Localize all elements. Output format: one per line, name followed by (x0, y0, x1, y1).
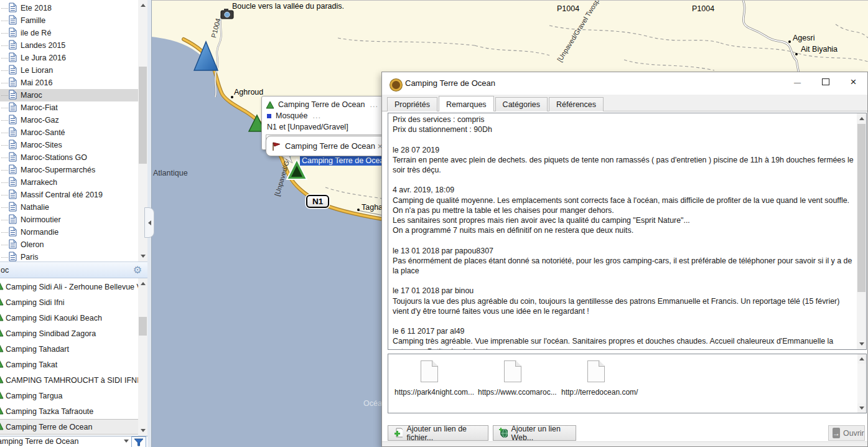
sidebar-collapse-handle[interactable] (144, 207, 154, 238)
remarks-scrollbar[interactable] (857, 113, 866, 349)
collection-list-item[interactable]: Mai 2016 (0, 77, 138, 89)
camping-list-item[interactable]: CAMPING TAMHROUCHT à SIDI IFNI (0, 372, 138, 388)
tab[interactable]: Remarques (439, 96, 494, 111)
camping-list-item[interactable]: Camping Takat (0, 357, 138, 372)
road-shield-n1: N1 (306, 195, 329, 208)
collection-list-item[interactable]: Oleron (0, 238, 138, 251)
tab[interactable]: Propriétés (387, 97, 437, 111)
camping-list-item[interactable]: Camping Sindibad Zagora (0, 326, 138, 341)
waypoint-combobox[interactable]: Camping Terre de Ocean (0, 436, 147, 447)
list-document-icon (9, 252, 17, 263)
camping-list-item[interactable]: Camping Sidi Kaouki Beach (0, 310, 138, 326)
gear-icon[interactable]: ⚙ (133, 264, 142, 276)
camping-list-item[interactable]: Camping Sidi Ifni (0, 294, 138, 310)
minimize-button[interactable]: — (783, 72, 811, 92)
chevron-down-icon[interactable] (124, 440, 129, 443)
scroll-down-button[interactable] (857, 403, 866, 413)
tab[interactable]: Catégories (495, 97, 548, 111)
minimize-icon: — (794, 78, 801, 86)
list-document-icon (9, 177, 17, 189)
collection-list-item[interactable]: Normandie (0, 226, 138, 238)
collection-list-item[interactable]: Ete 2018 (0, 2, 138, 14)
camping-list-item[interactable]: Camping Sidi Ali - Zerhoune Bellevue Vue (0, 279, 138, 294)
collection-list-item[interactable]: Landes 2015 (0, 39, 138, 52)
filter-button[interactable] (131, 436, 146, 447)
scroll-up-button[interactable] (857, 113, 866, 124)
collection-list-item[interactable]: Famille (0, 14, 138, 27)
collection-list-item[interactable]: Le Jura 2016 (0, 52, 138, 64)
balloon-title: Camping Terre de Ocean (285, 141, 375, 151)
tooltip-item-mosquee[interactable]: Mosquée ... (266, 110, 390, 121)
link-item[interactable]: https://www.ccomaroc... (478, 354, 558, 413)
link-item[interactable]: http://terredocean.com/ (561, 354, 641, 413)
add-file-link-button[interactable]: Ajouter un lien de fichier... (388, 425, 488, 441)
camping-mini-icon (0, 329, 4, 339)
tab[interactable]: Références (549, 97, 604, 111)
camping-list-item[interactable]: Camping Tahadart (0, 341, 138, 357)
collection-list-item[interactable]: Maroc-Fiat (0, 101, 138, 114)
collection-list-item[interactable]: Marrakech (0, 176, 138, 189)
collection-label: Maroc-Supermarchés (21, 166, 95, 174)
dialog-titlebar[interactable]: Camping Terre de Ocean — × (382, 72, 867, 95)
scroll-up-button[interactable] (857, 354, 866, 364)
camping-label: Camping Targua (6, 392, 63, 400)
collection-list-item[interactable]: Le Lioran (0, 64, 138, 77)
collection-list-item[interactable]: Noirmoutier (0, 214, 138, 226)
camping-list-item[interactable]: Camping Tazka Tafraoute (0, 403, 138, 419)
tooltip-item-road[interactable]: N1 et [Unpaved/Gravel] (266, 121, 390, 133)
dialog-title: Camping Terre de Ocean (405, 78, 495, 88)
maximize-button[interactable] (811, 72, 839, 92)
map-note-label[interactable]: Boucle vers la vallée du paradis. (232, 2, 344, 11)
tree-connector (1, 70, 8, 71)
close-button[interactable]: × (839, 72, 867, 92)
scroll-up-button[interactable] (138, 278, 147, 289)
collection-list-item[interactable]: Nathalie (0, 201, 138, 214)
tooltip-more-button[interactable]: ... (312, 111, 320, 120)
collection-list-item[interactable]: Maroc-Gaz (0, 114, 138, 126)
scroll-down-button[interactable] (857, 339, 866, 349)
scrollbar-thumb[interactable] (139, 67, 147, 164)
collections-rows: Ete 2018 Famille ile de Ré La (0, 2, 138, 262)
camping-list-item[interactable]: Camping Terre de Ocean (0, 419, 138, 435)
camping-label: Camping Sidi Kaouki Beach (6, 314, 102, 322)
link-item[interactable]: https://park4night.com... (394, 354, 474, 413)
add-web-link-button[interactable]: Ajouter un lien Web... (493, 425, 576, 441)
links-scrollbar[interactable] (857, 354, 866, 413)
camping-list-item[interactable]: Camping Targua (0, 388, 138, 403)
tree-connector (1, 83, 8, 83)
collection-list-item[interactable]: Maroc-Stations GO (0, 151, 138, 164)
link-label: https://www.ccomaroc... (478, 388, 557, 397)
scrollbar-thumb[interactable] (139, 317, 147, 336)
selected-waypoint-map-label[interactable]: Camping Terre de Ocean (300, 156, 390, 166)
collection-list-item[interactable]: Paris (0, 251, 138, 262)
list-document-icon (9, 152, 17, 164)
scroll-down-button[interactable] (138, 425, 147, 436)
collection-list-item[interactable]: ile de Ré (0, 27, 138, 39)
camping-mini-icon (0, 375, 4, 385)
tooltip-item-camping[interactable]: Camping Terre de Ocean ... (266, 99, 390, 110)
tooltip-more-button[interactable]: ... (370, 100, 378, 109)
collection-list-item[interactable]: Maroc-Sites (0, 139, 138, 151)
collection-label: Noirmoutier (21, 215, 61, 224)
camping-mini-icon (0, 407, 4, 416)
collection-list-item[interactable]: Maroc-Supermarchés (0, 164, 138, 176)
campings-list: Camping Sidi Ali - Zerhoune Bellevue Vue… (0, 278, 147, 436)
scrollbar-thumb[interactable] (857, 124, 866, 292)
tree-connector (1, 58, 8, 59)
collection-list-item[interactable]: Maroc-Santé (0, 126, 138, 139)
collection-label: Maroc-Gaz (21, 116, 59, 125)
remarks-textarea[interactable]: Prix des services : compris Prix du stat… (388, 113, 857, 349)
collection-list-item[interactable]: Maroc (0, 89, 138, 101)
file-icon (421, 360, 438, 382)
scroll-up-button[interactable] (138, 0, 147, 11)
list-document-icon (9, 77, 17, 89)
campings-scrollbar[interactable] (138, 278, 147, 436)
waypoint-balloon[interactable]: Camping Terre de Ocean × (266, 136, 388, 156)
flag-icon (271, 141, 281, 151)
collection-list-item[interactable]: Massif Central été 2019 (0, 189, 138, 201)
scroll-down-button[interactable] (138, 251, 147, 261)
panel-header-title: oc (1, 266, 9, 275)
tooltip-item-label: N1 et [Unpaved/Gravel] (267, 123, 348, 131)
dialog-footer (382, 441, 867, 446)
open-button[interactable]: → Ouvrir (828, 425, 865, 441)
